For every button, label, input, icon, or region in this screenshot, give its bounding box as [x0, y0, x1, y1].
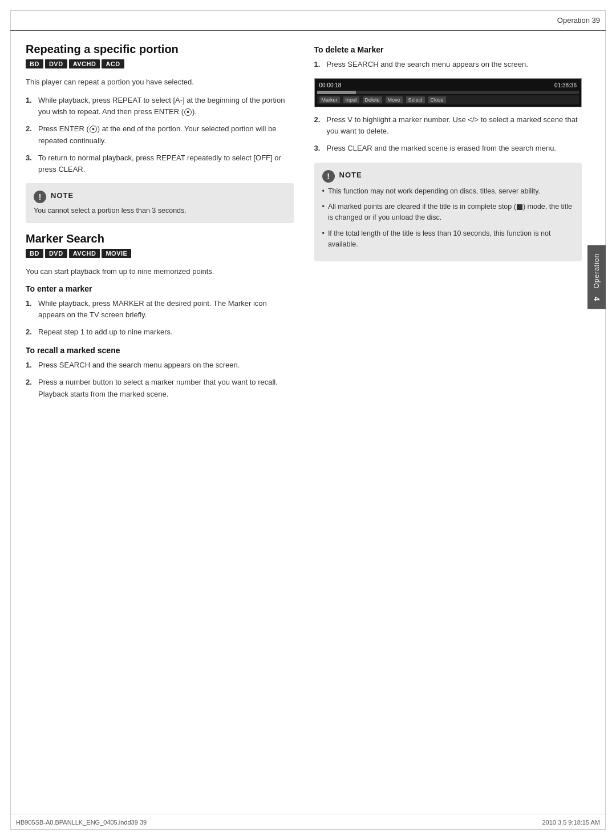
side-tab: 4 Operation — [587, 245, 606, 309]
enter-icon: ● — [184, 108, 192, 116]
note-bullets: This function may not work depending on … — [322, 186, 574, 251]
main-content: Repeating a specific portion BD DVD AVCH… — [26, 31, 582, 811]
screen-timecode-left: 00:00:18 — [319, 82, 342, 88]
section-intro-marker: You can start playback from up to nine m… — [26, 266, 294, 277]
sub-heading-recall-marker: To recall a marked scene — [26, 346, 294, 355]
note-icon-right: ! — [322, 170, 335, 183]
step-text: Press CLEAR and the marked scene is eras… — [327, 143, 582, 154]
step-num: 2. — [314, 114, 323, 137]
bullet-text: This function may not work depending on … — [328, 186, 540, 197]
step-num: 1. — [314, 59, 323, 70]
step-text: Press a number button to select a marker… — [38, 377, 294, 399]
screen-btn-marker: Marker — [319, 96, 340, 103]
list-item: 2. Repeat step 1 to add up to nine marke… — [26, 326, 294, 338]
list-item: 1. Press SEARCH and the search menu appe… — [314, 59, 582, 70]
list-item: 1. Press SEARCH and the search menu appe… — [26, 360, 294, 371]
steps-delete-marker: 1. Press SEARCH and the search menu appe… — [314, 59, 582, 70]
bullet-text: If the total length of the title is less… — [328, 228, 574, 251]
step-num: 2. — [26, 326, 35, 338]
screen-progress-fill — [317, 91, 356, 94]
screen-btn-input: Input — [343, 96, 359, 103]
step-num: 1. — [26, 360, 35, 371]
section-marker-search: Marker Search BD DVD AVCHD MOVIE You can… — [26, 232, 294, 400]
badge-dvd2: DVD — [45, 249, 67, 258]
section-title-marker: Marker Search — [26, 232, 294, 245]
badge-bd: BD — [26, 59, 43, 68]
badge-row-marker: BD DVD AVCHD MOVIE — [26, 249, 294, 258]
page-header: Operation 39 — [10, 10, 606, 31]
note-box-right: ! NOTE This function may not work depend… — [314, 163, 582, 262]
screen-mock: 00:00:18 01:38:36 Marker Input Delete Mo… — [314, 78, 582, 107]
footer-right: 2010.3.5 9:18:15 AM — [542, 819, 600, 826]
list-item: 2. Press V to highlight a marker number.… — [314, 114, 582, 137]
screen-btn-select: Select — [406, 96, 425, 103]
sub-heading-enter-marker: To enter a marker — [26, 284, 294, 293]
sub-heading-delete-marker: To delete a Marker — [314, 45, 582, 54]
step-text: Repeat step 1 to add up to nine markers. — [38, 326, 294, 338]
footer-left: HB905SB-A0.BPANLLK_ENG_0405.indd39 39 — [16, 819, 147, 826]
right-column: To delete a Marker 1. Press SEARCH and t… — [314, 31, 582, 811]
bullet-item: If the total length of the title is less… — [322, 228, 574, 251]
stop-icon — [517, 204, 522, 210]
list-item: 3. To return to normal playback, press R… — [26, 152, 294, 175]
step-text: Press SEARCH and the search menu appears… — [327, 59, 582, 70]
badge-acd: ACD — [102, 59, 124, 68]
screen-btn-move: Move — [386, 96, 403, 103]
side-tab-label: Operation — [593, 253, 601, 289]
side-tab-number: 4 — [592, 297, 601, 301]
left-column: Repeating a specific portion BD DVD AVCH… — [26, 31, 294, 811]
note-title-right: NOTE — [339, 171, 362, 179]
bullet-item: This function may not work depending on … — [322, 186, 574, 197]
step-num: 2. — [26, 377, 35, 399]
bullet-item: All marked points are cleared if the tit… — [322, 201, 574, 224]
step-num: 2. — [26, 123, 35, 146]
screen-progress-bar — [317, 91, 579, 94]
badge-dvd: DVD — [45, 59, 67, 68]
section-repeating: Repeating a specific portion BD DVD AVCH… — [26, 43, 294, 223]
badge-bd2: BD — [26, 249, 43, 258]
step-num: 1. — [26, 298, 35, 321]
enter-icon: ● — [90, 126, 97, 133]
steps-enter-marker: 1. While playback, press MARKER at the d… — [26, 298, 294, 338]
screen-timecode-right: 01:38:36 — [554, 82, 577, 88]
list-item: 1. While playback, press MARKER at the d… — [26, 298, 294, 321]
note-title: NOTE — [51, 191, 74, 200]
step-text: To return to normal playback, press REPE… — [38, 152, 294, 175]
page-footer: HB905SB-A0.BPANLLK_ENG_0405.indd39 39 20… — [10, 814, 606, 830]
screen-btn-delete: Delete — [363, 96, 382, 103]
screen-btn-close: Close — [428, 96, 446, 103]
step-text: While playback, press MARKER at the desi… — [38, 298, 294, 321]
badge-movie: MOVIE — [102, 249, 131, 258]
list-item: 1. While playback, press REPEAT to selec… — [26, 95, 294, 118]
steps-repeating: 1. While playback, press REPEAT to selec… — [26, 95, 294, 175]
bullet-text: All marked points are cleared if the tit… — [328, 201, 574, 224]
note-box-repeating: ! NOTE You cannot select a portion less … — [26, 183, 294, 223]
section-intro-repeating: This player can repeat a portion you hav… — [26, 76, 294, 88]
step-text: Press V to highlight a marker number. Us… — [327, 114, 582, 137]
step-text: While playback, press REPEAT to select [… — [38, 95, 294, 118]
step-num: 3. — [26, 152, 35, 175]
screen-top-bar: 00:00:18 01:38:36 — [317, 81, 579, 90]
section-delete-marker: To delete a Marker 1. Press SEARCH and t… — [314, 45, 582, 155]
list-item: 2. Press ENTER (●) at the end of the por… — [26, 123, 294, 146]
note-text: You cannot select a portion less than 3 … — [34, 205, 187, 216]
badge-avchd: AVCHD — [69, 59, 100, 68]
list-item: 2. Press a number button to select a mar… — [26, 377, 294, 399]
steps-recall-marker: 1. Press SEARCH and the search menu appe… — [26, 360, 294, 399]
header-label: Operation 39 — [557, 16, 600, 25]
list-item: 3. Press CLEAR and the marked scene is e… — [314, 143, 582, 154]
screen-controls-bar: Marker Input Delete Move Select Close — [317, 95, 579, 104]
step-num: 1. — [26, 95, 35, 118]
badge-row-repeating: BD DVD AVCHD ACD — [26, 59, 294, 68]
badge-avchd2: AVCHD — [69, 249, 100, 258]
steps-delete-marker-2: 2. Press V to highlight a marker number.… — [314, 114, 582, 154]
step-num: 3. — [314, 143, 323, 154]
note-icon: ! — [34, 191, 46, 203]
step-text: Press SEARCH and the search menu appears… — [38, 360, 294, 371]
section-title-repeating: Repeating a specific portion — [26, 43, 294, 56]
step-text: Press ENTER (●) at the end of the portio… — [38, 123, 294, 146]
